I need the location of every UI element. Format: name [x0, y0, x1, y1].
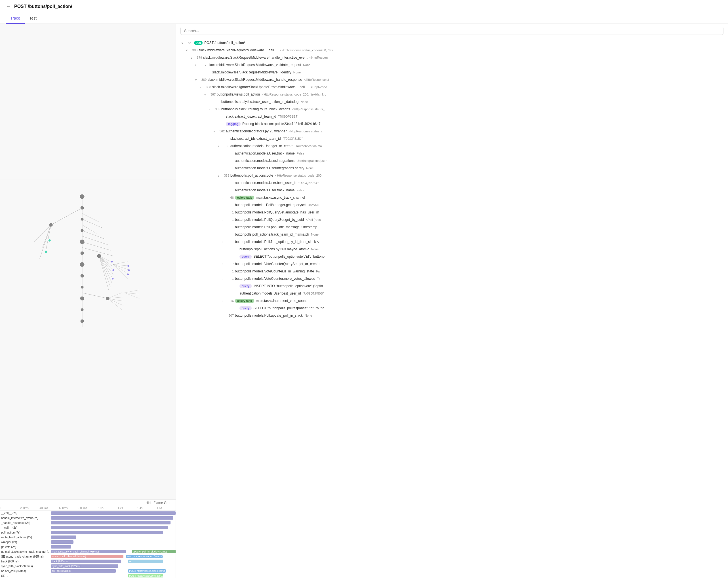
trace-row[interactable]: querySELECT "buttonpolls_pollresponse"."…	[176, 304, 728, 312]
flame-row[interactable]: sync_with_slack (920ms)sync_with_slack (…	[0, 564, 176, 569]
flame-bar[interactable]	[51, 545, 71, 549]
expand-button[interactable]	[220, 231, 226, 237]
flame-row[interactable]: track (930ms)track (930ms)re...	[0, 559, 176, 563]
flame-row[interactable]: __call__ (2s)	[0, 511, 176, 515]
expand-button[interactable]	[211, 121, 217, 127]
trace-row[interactable]: ›1buttonpolls.models.VoteCounter.is_in_w…	[176, 268, 728, 275]
trace-row[interactable]: buttonpolls.models._PollManager.get_quer…	[176, 201, 728, 209]
expand-button[interactable]	[225, 246, 230, 252]
trace-row[interactable]: authentication.models.UserIntegrations.s…	[176, 164, 728, 172]
flame-bar[interactable]: POST https://slack.com/api/...	[128, 574, 163, 577]
expand-button[interactable]: ›	[220, 210, 226, 215]
expand-button[interactable]	[225, 254, 230, 259]
flame-row[interactable]: poll_action (7s)	[0, 530, 176, 535]
trace-row[interactable]: ›7slack.middleware.SlackRequestMiddlewar…	[176, 61, 728, 68]
expand-button[interactable]: ∨	[207, 106, 212, 112]
trace-row[interactable]: ›66celery taskmain.tasks.async_track_cha…	[176, 194, 728, 201]
flame-bar[interactable]: re...	[128, 560, 163, 563]
trace-row[interactable]: queryINSERT INTO "buttonpolls_optionvote…	[176, 282, 728, 290]
expand-button[interactable]: ›	[220, 269, 226, 274]
flame-bar[interactable]: main.tasks.async_track_channel (959ms)	[51, 550, 126, 553]
trace-row[interactable]: slack.extract_ids.extract_team_id "T0GQP…	[176, 135, 728, 142]
flame-bar[interactable]	[51, 512, 176, 515]
expand-button[interactable]: ∨	[188, 55, 194, 60]
flame-row[interactable]: route_block_actions (2s)	[0, 535, 176, 540]
trace-row[interactable]: ›1buttonpolls.models.Poll.find_option_by…	[176, 238, 728, 246]
flame-bar[interactable]: POST https://hooks.slack.com/a	[128, 569, 166, 573]
expand-button[interactable]: ›	[220, 239, 226, 245]
trace-row[interactable]: ›1buttonpolls.models.PollQuerySet.get_by…	[176, 216, 728, 223]
flame-row[interactable]: ha api_call (861ms)api_call (861ms)POST …	[0, 569, 176, 573]
trace-row[interactable]: authentication.models.User.track_name Fa…	[176, 187, 728, 194]
flame-row[interactable]: __call__ (2s)	[0, 525, 176, 530]
hide-flame-graph-button[interactable]: Hide Flame Graph	[146, 501, 173, 505]
trace-row[interactable]: ›1buttonpolls.models.PollQuerySet.annota…	[176, 209, 728, 216]
expand-button[interactable]	[220, 187, 226, 193]
flame-bar[interactable]	[51, 540, 74, 544]
trace-row[interactable]: buttonpolls/poll_actions.py:363 maybe_at…	[176, 246, 728, 253]
trace-row[interactable]: ∨362authentication/decorators.py:25 wrap…	[176, 128, 728, 135]
expand-button[interactable]: ∨	[211, 129, 217, 134]
expand-button[interactable]: ∨	[193, 77, 199, 82]
expand-button[interactable]	[216, 136, 221, 141]
flame-row[interactable]: ge main.tasks.async_track_channel (959ms…	[0, 549, 176, 554]
back-button[interactable]: ←	[6, 3, 11, 9]
expand-button[interactable]	[225, 305, 230, 311]
trace-row[interactable]: ›207buttonpolls.models.Poll.update_poll_…	[176, 312, 728, 319]
expand-button[interactable]: ›	[220, 298, 226, 304]
expand-button[interactable]: ∨	[198, 84, 203, 90]
trace-row[interactable]: querySELECT "buttonpolls_optionvote"."id…	[176, 253, 728, 260]
trace-row[interactable]: ∨353buttonpolls.poll_actions.vote <HttpR…	[176, 172, 728, 179]
flame-bar[interactable]	[51, 531, 163, 534]
expand-button[interactable]: ›	[216, 143, 221, 149]
trace-row[interactable]: ∨380slack.middleware.SlackRequestMiddlew…	[176, 47, 728, 54]
trace-row[interactable]: authentication.models.User.integrations …	[176, 157, 728, 164]
flame-bar[interactable]: async_track_channel (935ms)	[51, 555, 123, 558]
trace-row[interactable]: ›3authentication.models.User.get_or_crea…	[176, 142, 728, 150]
trace-row[interactable]: ∨381200POST /buttons/poll_action/	[176, 39, 728, 47]
expand-button[interactable]: ›	[220, 313, 226, 319]
expand-button[interactable]	[211, 114, 217, 119]
expand-button[interactable]	[220, 150, 226, 156]
trace-row[interactable]: ›16celery taskmain.tasks.increment_vote_…	[176, 297, 728, 304]
tab-trace[interactable]: Trace	[6, 13, 25, 24]
flame-row[interactable]: SE async_track_channel (935ms)async_trac…	[0, 554, 176, 559]
trace-row[interactable]: loggingRouting block action: poll-fe234c…	[176, 120, 728, 128]
flame-row[interactable]: wrapper (2s)	[0, 540, 176, 544]
trace-row[interactable]: slack.middleware.SlackRequestMiddleware.…	[176, 68, 728, 76]
trace-row[interactable]: ›1buttonpolls.models.VoteCounter.more_vo…	[176, 275, 728, 282]
flame-bar[interactable]: track (930ms)	[51, 560, 121, 563]
trace-row[interactable]: buttonpolls.analytics.track_user_action_…	[176, 98, 728, 106]
trace-row[interactable]: ∨365buttonpolls.slack_routing.route_bloc…	[176, 106, 728, 113]
trace-row[interactable]: ∨369slack.middleware.SlackRequestMiddlew…	[176, 76, 728, 83]
trace-row[interactable]: ›7buttonpolls.models.VoteCounterQuerySet…	[176, 260, 728, 268]
trace-row[interactable]: buttonpolls.models.Poll.populate_message…	[176, 223, 728, 231]
flame-row[interactable]: ge vote (2s)	[0, 545, 176, 549]
trace-row[interactable]: authentication.models.User.best_user_id …	[176, 290, 728, 297]
tab-test[interactable]: Test	[25, 13, 41, 24]
flame-bar[interactable]	[51, 526, 168, 529]
trace-row[interactable]: ∨379slack.middleware.SlackRequestMiddlew…	[176, 54, 728, 61]
flame-row[interactable]: SE ...POST https://slack.com/api/...	[0, 574, 176, 578]
flame-row[interactable]: _handle_response (2s)	[0, 521, 176, 525]
expand-button[interactable]	[220, 165, 226, 171]
expand-button[interactable]: ∨	[202, 91, 208, 97]
expand-button[interactable]	[225, 291, 230, 296]
trace-row[interactable]: ∨368slack.middleware.IgnoreSlackUpdateEr…	[176, 83, 728, 91]
expand-button[interactable]: ∨	[216, 173, 221, 178]
expand-button[interactable]: ›	[220, 261, 226, 267]
trace-row[interactable]: ∨367buttonpolls.views.poll_action <HttpR…	[176, 91, 728, 98]
flame-bar[interactable]: update_poll_in_slack (642ms)	[132, 550, 176, 553]
expand-button[interactable]	[220, 224, 226, 230]
expand-button[interactable]	[220, 158, 226, 164]
expand-button[interactable]: ∨	[184, 47, 189, 53]
expand-button[interactable]: ›	[220, 217, 226, 223]
expand-button[interactable]	[198, 70, 203, 75]
flame-bar[interactable]	[51, 516, 173, 520]
trace-row[interactable]: authentication.models.User.track_name Fa…	[176, 150, 728, 157]
flame-bar[interactable]: sync_with_slack (920ms)	[51, 564, 118, 568]
flame-bar[interactable]: send_via_response_url (494ms)	[126, 555, 163, 558]
trace-row[interactable]: slack.extract_ids.extract_team_id "T0GQP…	[176, 113, 728, 120]
expand-button[interactable]: ›	[220, 195, 226, 200]
expand-button[interactable]	[207, 99, 212, 105]
